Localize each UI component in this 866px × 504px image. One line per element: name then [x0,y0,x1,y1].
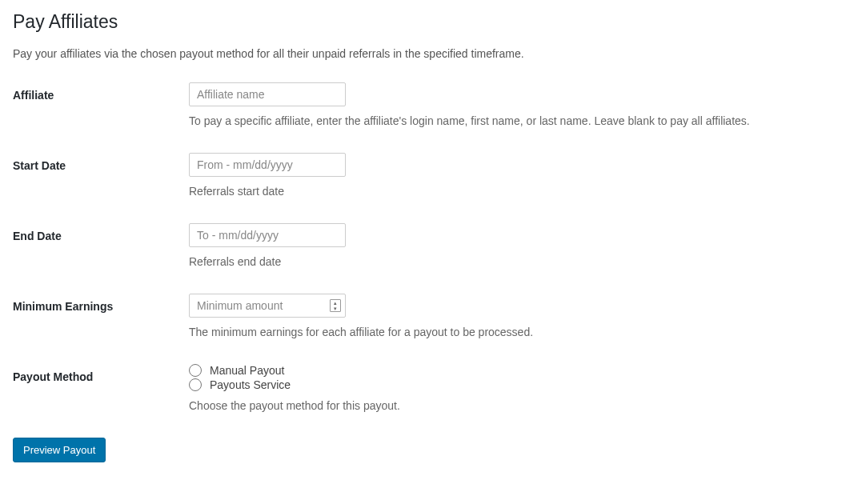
start-date-help: Referrals start date [189,185,853,198]
affiliate-help: To pay a specific affiliate, enter the a… [189,114,853,127]
payout-method-label: Payout Method [13,364,189,383]
end-date-input[interactable] [189,223,346,247]
payout-method-help: Choose the payout method for this payout… [189,399,853,412]
preview-payout-button[interactable]: Preview Payout [13,438,106,462]
minimum-earnings-label: Minimum Earnings [13,294,189,313]
affiliate-label: Affiliate [13,82,189,102]
start-date-label: Start Date [13,153,189,172]
minimum-earnings-input[interactable] [189,294,346,318]
page-title: Pay Affiliates [13,11,853,33]
manual-payout-radio[interactable] [189,364,202,377]
payouts-service-label[interactable]: Payouts Service [210,378,291,391]
manual-payout-label[interactable]: Manual Payout [210,364,284,377]
end-date-label: End Date [13,223,189,242]
minimum-earnings-help: The minimum earnings for each affiliate … [189,326,853,338]
affiliate-input[interactable] [189,82,346,106]
end-date-help: Referrals end date [189,255,853,268]
start-date-input[interactable] [189,153,346,177]
page-description: Pay your affiliates via the chosen payou… [13,47,853,60]
payouts-service-radio[interactable] [189,378,202,391]
